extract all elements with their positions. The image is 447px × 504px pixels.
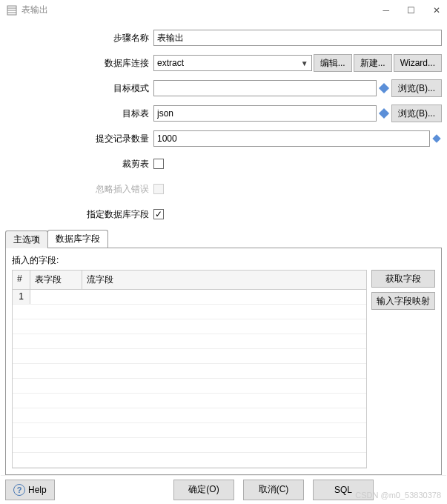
table-row[interactable]: 1 (13, 290, 366, 305)
cancel-button[interactable]: 取消(C) (243, 480, 304, 500)
help-button[interactable]: ? Help (5, 480, 55, 500)
specify-fields-checkbox[interactable]: ✓ (153, 209, 164, 219)
target-schema-label: 目标模式 (5, 82, 153, 95)
specify-fields-label: 指定数据库字段 (5, 208, 153, 221)
get-fields-button[interactable]: 获取字段 (371, 270, 435, 288)
tabs: 主选项 数据库字段 (1, 230, 446, 248)
browse-table-button[interactable]: 浏览(B)... (391, 105, 442, 122)
form-area: 步骤名称 数据库连接 extract ▼ 编辑... 新建... Wizard.… (1, 19, 446, 230)
close-button[interactable]: ✕ (433, 5, 440, 16)
tab-db-fields[interactable]: 数据库字段 (47, 230, 108, 248)
variable-icon[interactable] (432, 135, 440, 143)
enter-mapping-button[interactable]: 输入字段映射 (371, 292, 435, 310)
titlebar: 表输出 ─ ☐ ✕ (1, 1, 446, 19)
window-title: 表输出 (21, 4, 383, 16)
target-table-input[interactable] (153, 105, 377, 122)
tab-main[interactable]: 主选项 (5, 231, 48, 248)
ignore-err-label: 忽略插入错误 (5, 183, 153, 196)
table-body[interactable]: 1 (13, 290, 366, 468)
col-stream-field[interactable]: 流字段 (82, 271, 366, 289)
ok-button[interactable]: 确定(O) (173, 480, 234, 500)
chevron-down-icon: ▼ (301, 59, 308, 67)
target-table-label: 目标表 (5, 107, 153, 120)
db-conn-value: extract (157, 58, 184, 68)
minimize-button[interactable]: ─ (383, 5, 389, 16)
browse-schema-button[interactable]: 浏览(B)... (391, 79, 442, 97)
watermark: CSDN @m0_53830378 (355, 491, 441, 500)
edit-button[interactable]: 编辑... (314, 54, 352, 72)
help-icon: ? (13, 484, 25, 496)
commit-size-input[interactable] (153, 130, 430, 147)
col-num: # (13, 271, 30, 289)
commit-size-label: 提交记录数量 (5, 133, 153, 145)
fields-table: # 表字段 流字段 1 (12, 270, 367, 468)
variable-icon[interactable] (379, 83, 389, 93)
db-conn-label: 数据库连接 (5, 57, 153, 70)
step-name-label: 步骤名称 (5, 32, 153, 44)
row-num: 1 (13, 290, 30, 304)
variable-icon[interactable] (379, 108, 389, 119)
new-button[interactable]: 新建... (354, 54, 392, 72)
app-icon (7, 5, 17, 16)
wizard-button[interactable]: Wizard... (394, 54, 442, 72)
help-label: Help (28, 485, 47, 495)
tab-content: 插入的字段: # 表字段 流字段 1 获取字 (5, 248, 442, 475)
truncate-checkbox[interactable] (153, 159, 164, 169)
maximize-button[interactable]: ☐ (407, 5, 415, 16)
step-name-input[interactable] (153, 30, 442, 46)
col-table-field[interactable]: 表字段 (30, 271, 82, 289)
truncate-label: 裁剪表 (5, 158, 153, 170)
ignore-err-checkbox (153, 184, 164, 194)
target-schema-input[interactable] (153, 80, 377, 96)
db-conn-select[interactable]: extract ▼ (153, 55, 312, 71)
insert-fields-title: 插入的字段: (12, 254, 435, 267)
